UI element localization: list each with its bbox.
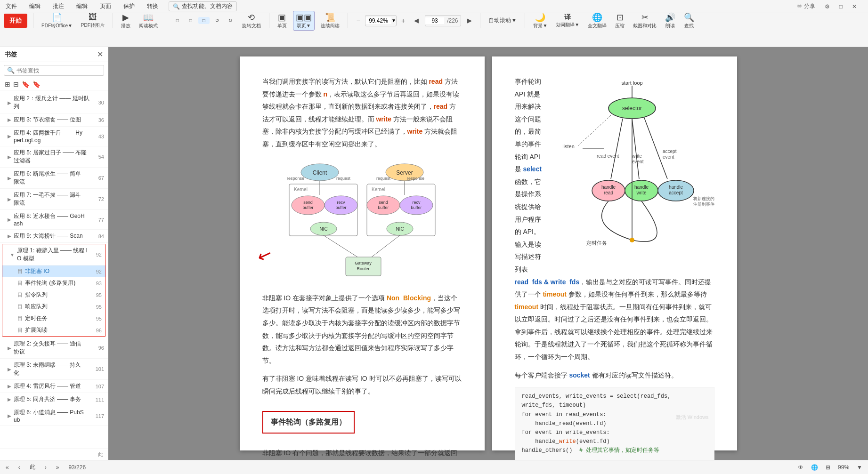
keyword-n: n <box>323 90 327 98</box>
sidebar-item-principle5[interactable]: ▶ 原理 5: 同舟共济 —— 事务 111 <box>0 393 108 406</box>
sidebar-leaf-extended[interactable]: 目 扩展阅读 96 <box>2 324 105 336</box>
rotate-right-icon[interactable]: ↻ <box>225 17 236 24</box>
zoom-dropdown[interactable]: ▼ <box>857 464 862 471</box>
separator <box>33 13 33 28</box>
zoom-dropdown-icon[interactable]: ▼ <box>391 18 396 23</box>
svg-text:listen: listen <box>562 144 575 149</box>
sidebar-item-app7[interactable]: ▶ 应用 7: 一毛不拔 —— 漏斗限流 72 <box>0 189 108 210</box>
status-nav-first[interactable]: « <box>6 464 9 471</box>
sidebar-search-box[interactable]: 🔍 <box>4 65 104 76</box>
zoom-in-button[interactable]: + <box>398 17 408 24</box>
sidebar-leaf-nonblocking[interactable]: 目 非阻塞 IO 92 <box>2 265 105 277</box>
page-nav-box[interactable]: /226 <box>425 15 461 26</box>
find-button[interactable]: 🔍 查找 <box>681 11 697 30</box>
svg-text:accept: accept <box>663 149 677 154</box>
auto-scroll-button[interactable]: 自动滚动▼ <box>486 16 519 25</box>
sidebar-item-principle3[interactable]: ▶ 原理 3: 未雨绸缪 —— 持久化 101 <box>0 359 108 380</box>
translate-word-button[interactable]: 译 划词翻译▼ <box>553 12 582 29</box>
toolbar: 开始 📄 PDF转Office▼ 🖼 PDF转图片 ▶ 播放 📖 阅读模式 □ … <box>0 13 868 47</box>
pdf-area[interactable]: 当我们调用套接字的读写方法，默认它们是阻塞的，比如 read 方法要传递进去一个… <box>108 47 868 460</box>
share-button[interactable]: ♾ 分享 <box>794 1 818 11</box>
svg-text:NIC: NIC <box>319 226 327 232</box>
view-icon-1[interactable]: □ <box>172 17 183 24</box>
search-icon: 🔍 <box>7 67 15 74</box>
svg-text:handle: handle <box>601 185 615 190</box>
background-icon: 🌙 <box>535 12 545 23</box>
settings-button[interactable]: ⚙ <box>822 2 833 11</box>
zoom-control-group: − ▼ + <box>354 15 408 26</box>
sidebar-tool-4[interactable]: 🔖 <box>32 80 41 88</box>
compress-button[interactable]: ⊡ 压缩 <box>613 11 627 30</box>
zoom-out-button[interactable]: − <box>354 17 363 24</box>
menu-file[interactable]: 文件 <box>4 1 19 11</box>
sidebar-tool-3[interactable]: 🔖 <box>22 80 30 88</box>
full-translate-icon: 🌐 <box>592 12 602 23</box>
sidebar-item-app6[interactable]: ▶ 应用 6: 断尾求生 —— 简单限流 67 <box>0 168 108 189</box>
sidebar-tool-2[interactable]: ⊟ <box>13 80 19 88</box>
menu-edit2[interactable]: 编辑 <box>74 1 89 11</box>
svg-line-42 <box>611 119 623 179</box>
status-nav-prev[interactable]: ‹ <box>18 464 20 471</box>
find-icon: 🔍 <box>684 12 694 23</box>
sidebar-search-input[interactable] <box>16 67 101 74</box>
status-nav-last[interactable]: » <box>56 464 59 471</box>
pdf-text-nonblocking2: 有了非阻塞 IO 意味着线程在读写 IO 时可以不必再阻塞了，读写可以瞬间完成后… <box>262 372 462 397</box>
leaf-icon: 目 <box>17 268 23 275</box>
background-button[interactable]: 🌙 背景▼ <box>531 11 550 30</box>
status-nav-next[interactable]: › <box>45 464 47 471</box>
menu-edit[interactable]: 编辑 <box>27 1 42 11</box>
read-aloud-button[interactable]: 🔊 朗读 <box>663 11 678 30</box>
double-page-button[interactable]: ▣▣ 双页▼ <box>293 11 315 31</box>
sidebar-item-app5[interactable]: ▶ 应用 5: 居家过日子 —— 布隆过滤器 54 <box>0 146 108 168</box>
window-button[interactable]: □ <box>836 2 845 11</box>
svg-text:Gateway: Gateway <box>355 261 372 265</box>
sidebar-page-counter: 此 <box>0 449 108 460</box>
zoom-input-box[interactable]: ▼ <box>365 15 397 26</box>
sidebar-item-app4[interactable]: ▶ 应用 4: 四两拨千斤 —— HyperLogLog 43 <box>0 127 108 146</box>
sidebar-item-app2[interactable]: ▶ 应用 2：缓兵之计 —— 延时队列 30 <box>0 92 108 113</box>
pdf-to-office-button[interactable]: 📄 PDF转Office▼ <box>39 11 75 30</box>
expand-icon: ▶ <box>8 397 11 402</box>
rotate-document-button[interactable]: ⟲ 旋转文档 <box>240 11 263 30</box>
sidebar-item-app9[interactable]: ▶ 应用 9: 大海捞针 —— Scan 84 <box>0 230 108 243</box>
page-number-input[interactable] <box>425 17 444 24</box>
prev-page-button[interactable]: ◀ <box>412 17 421 24</box>
view-icon-2[interactable]: □ <box>185 17 196 24</box>
read-icon: 🔊 <box>665 12 675 23</box>
sidebar-leaf-event-poll[interactable]: 目 事件轮询 (多路复用) 93 <box>2 277 105 289</box>
keyword-write: write <box>376 115 391 123</box>
expand-icon: ▼ <box>10 252 15 257</box>
zoom-input[interactable] <box>365 17 391 24</box>
menu-annotate[interactable]: 批注 <box>51 1 66 11</box>
svg-text:read: read <box>603 190 613 195</box>
reading-mode-button[interactable]: 📖 阅读模式 <box>137 11 160 30</box>
sidebar-item-principle2[interactable]: ▶ 原理 2: 交头接耳 —— 通信协议 96 <box>0 337 108 359</box>
continuous-reading-button[interactable]: 📜 连续阅读 <box>318 11 342 30</box>
search-box[interactable]: 🔍 查找功能、文档内容 <box>169 1 237 11</box>
sidebar-leaf-timer[interactable]: 目 定时任务 95 <box>2 313 105 324</box>
single-page-button[interactable]: ▣ 单页 <box>275 11 289 30</box>
sidebar-item-app8[interactable]: ▶ 应用 8: 近水楼台 —— GeoHash 77 <box>0 210 108 230</box>
next-page-button[interactable]: ▶ <box>465 17 474 24</box>
sidebar-leaf-response-queue[interactable]: 目 响应队列 95 <box>2 301 105 313</box>
sidebar-item-app3[interactable]: ▶ 应用 3: 节衣缩食 —— 位图 36 <box>0 113 108 127</box>
screenshot-button[interactable]: ✂ 截图和对比 <box>631 11 659 30</box>
full-translate-button[interactable]: 🌐 全文翻译 <box>585 11 609 30</box>
menu-convert[interactable]: 转换 <box>145 1 160 11</box>
sidebar-tool-1[interactable]: ⊞ <box>5 80 10 88</box>
view-icon-3[interactable]: □ <box>198 17 210 24</box>
sidebar-close-button[interactable]: ✕ <box>97 50 103 59</box>
sidebar-item-principle6[interactable]: ▶ 原理 6: 小道消息 —— PubSub 117 <box>0 406 108 426</box>
sidebar-item-principle4[interactable]: ▶ 原理 4: 雷厉风行 —— 管道 107 <box>0 380 108 393</box>
menu-protect[interactable]: 保护 <box>122 1 137 11</box>
rotate-left-icon[interactable]: ↺ <box>211 17 223 24</box>
menu-page[interactable]: 页面 <box>98 1 113 11</box>
sidebar-leaf-command-queue[interactable]: 目 指令队列 95 <box>2 289 105 301</box>
keyword-read: read <box>429 78 443 85</box>
play-button[interactable]: ▶ 播放 <box>119 11 133 30</box>
sidebar-item-principle1[interactable]: ▼ 原理 1: 鞭辟入里 —— 线程 IO 模型 92 <box>2 244 105 265</box>
start-button[interactable]: 开始 <box>4 14 27 28</box>
pdf-to-image-button[interactable]: 🖼 PDF转图片 <box>79 11 107 30</box>
sidebar-title: 书签 <box>5 50 17 59</box>
close-button[interactable]: ✕ <box>849 2 860 11</box>
